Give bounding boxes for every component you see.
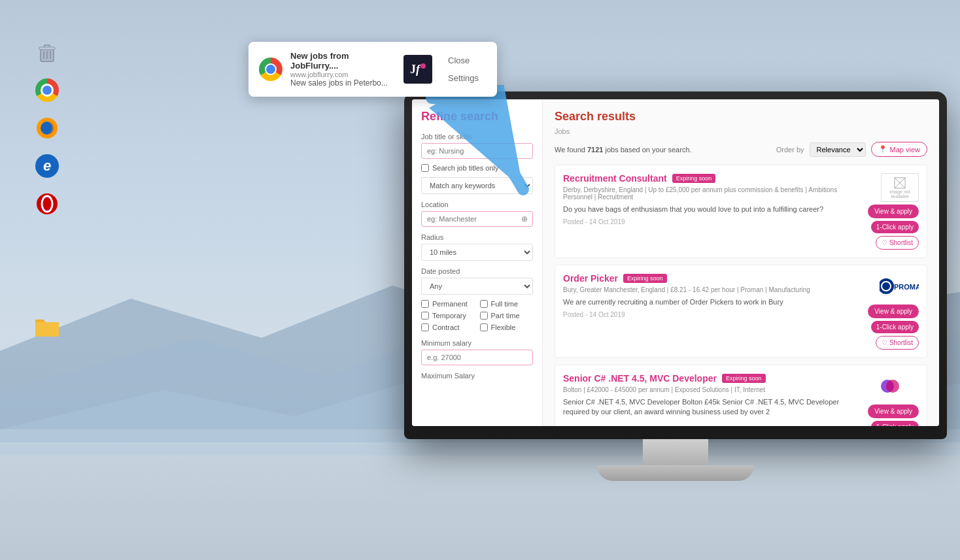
notification-settings-button[interactable]: Settings — [440, 71, 487, 86]
radius-select[interactable]: 10 miles — [421, 244, 533, 261]
svg-point-12 — [41, 122, 54, 135]
search-results-panel: Search results Jobs We found 7121 jobs b… — [543, 99, 939, 426]
notification-actions: Close Settings — [440, 53, 487, 86]
exposed-solutions-logo — [880, 373, 919, 399]
job-1-actions: image notavailable View & apply 1-Click … — [853, 173, 919, 250]
desktop-icons: e — [34, 39, 60, 217]
job-card-2-main: Order Picker Expiring soon Bury, Greater… — [563, 273, 846, 350]
max-salary-label: Maximum Salary — [421, 372, 533, 380]
notification-body: New sales jobs in Peterbo... — [290, 78, 396, 88]
job-3-desc: Senior C# .NET 4.5, MVC Developer Bolton… — [563, 397, 846, 418]
location-icon: ⊕ — [521, 214, 528, 223]
notification-url: www.jobflurry.com — [290, 71, 396, 78]
job-1-badge: Expiring soon — [672, 174, 716, 183]
chrome-icon[interactable] — [34, 77, 60, 103]
search-results-title: Search results — [555, 110, 927, 124]
job-card-3: Senior C# .NET 4.5, MVC Developer Expiri… — [555, 365, 927, 426]
firefox-icon[interactable] — [34, 115, 60, 141]
job-3-view-button[interactable]: View & apply — [868, 404, 919, 418]
job-3-title[interactable]: Senior C# .NET 4.5, MVC Developer — [563, 373, 717, 384]
recycle-bin-icon[interactable] — [34, 39, 60, 65]
checkbox-contract: Contract — [421, 323, 475, 331]
job-2-title[interactable]: Order Picker — [563, 273, 618, 284]
map-view-button[interactable]: 📍 Map view — [871, 142, 927, 157]
notification-title: New jobs from JobFlurry.... — [290, 51, 396, 71]
blue-arrow — [419, 85, 549, 216]
internet-explorer-icon[interactable]: e — [34, 153, 60, 179]
job-card-2: Order Picker Expiring soon Bury, Greater… — [555, 265, 927, 358]
proman-logo: PROMAN — [880, 273, 919, 299]
checkbox-flexible: Flexible — [480, 323, 534, 331]
parttime-label: Part time — [491, 312, 520, 320]
job-3-meta: Bolton | £42000 - £45000 per annum | Exp… — [563, 386, 846, 393]
flexible-checkbox[interactable] — [480, 323, 488, 331]
date-select[interactable]: Any — [421, 278, 533, 295]
job-1-shortlist-button[interactable]: ♡ Shortlist — [876, 236, 919, 250]
job-3-oneclick-button[interactable]: 1-Click apply — [871, 421, 919, 426]
jobflurry-logo: Jf — [403, 55, 432, 84]
job-2-posted: Posted - 14 Oct 2019 — [563, 311, 846, 318]
job-2-oneclick-button[interactable]: 1-Click apply — [871, 321, 919, 333]
job-type-checkboxes: Permanent Full time Temporary Part — [421, 300, 533, 333]
permanent-label: Permanent — [432, 300, 468, 308]
folder-icon[interactable] — [34, 314, 60, 338]
monitor-stand-top — [643, 439, 708, 465]
monitor-stand-base — [597, 465, 754, 481]
notification-close-button[interactable]: Close — [440, 53, 487, 68]
order-by-select[interactable]: Relevance — [810, 142, 866, 157]
job-1-view-button[interactable]: View & apply — [868, 205, 919, 218]
job-3-badge: Expiring soon — [722, 374, 766, 383]
job-count: 7121 — [587, 146, 603, 154]
checkbox-temporary: Temporary — [421, 312, 475, 320]
permanent-checkbox[interactable] — [421, 300, 429, 308]
job-1-title[interactable]: Recruitment Consultant — [563, 173, 667, 184]
job-2-desc: We are currently recruiting a number of … — [563, 297, 846, 307]
job-card-1-main: Recruitment Consultant Expiring soon Der… — [563, 173, 846, 250]
flexible-label: Flexible — [491, 323, 516, 331]
min-salary-input[interactable] — [421, 350, 533, 365]
job-2-meta: Bury, Greater Manchester, England | £8.2… — [563, 286, 846, 293]
notification-popup: New jobs from JobFlurry.... www.jobflurr… — [249, 42, 497, 97]
checkbox-permanent: Permanent — [421, 300, 475, 308]
notification-chrome-icon — [259, 58, 283, 81]
min-salary-label: Minimum salary — [421, 339, 533, 347]
job-1-logo-placeholder: image notavailable — [881, 173, 919, 202]
fulltime-label: Full time — [491, 300, 519, 308]
results-count: We found 7121 jobs based on your search. — [555, 146, 692, 154]
job-1-posted: Posted - 14 Oct 2019 — [563, 218, 846, 225]
job-1-title-row: Recruitment Consultant Expiring soon — [563, 173, 846, 184]
map-pin-icon: 📍 — [878, 145, 887, 154]
job-1-oneclick-button[interactable]: 1-Click apply — [871, 221, 919, 233]
date-label: Date posted — [421, 267, 533, 275]
order-by-section: Order by Relevance 📍 Map view — [776, 142, 927, 157]
fulltime-checkbox[interactable] — [480, 300, 488, 308]
job-card-1: Recruitment Consultant Expiring soon Der… — [555, 165, 927, 258]
temporary-checkbox[interactable] — [421, 312, 429, 320]
checkbox-parttime: Part time — [480, 312, 534, 320]
job-3-title-row: Senior C# .NET 4.5, MVC Developer Expiri… — [563, 373, 846, 384]
job-3-actions: View & apply 1-Click apply ♡ Shortlist — [853, 373, 919, 426]
opera-icon[interactable] — [34, 191, 60, 217]
job-card-3-main: Senior C# .NET 4.5, MVC Developer Expiri… — [563, 373, 846, 426]
job-2-title-row: Order Picker Expiring soon — [563, 273, 846, 284]
svg-rect-15 — [35, 322, 59, 337]
job-2-view-button[interactable]: View & apply — [868, 305, 919, 318]
svg-text:PROMAN: PROMAN — [894, 283, 919, 291]
order-by-label: Order by — [776, 146, 804, 154]
job-2-shortlist-button[interactable]: ♡ Shortlist — [876, 336, 919, 350]
radius-label: Radius — [421, 233, 533, 241]
temporary-label: Temporary — [432, 312, 466, 320]
svg-rect-4 — [39, 47, 55, 50]
map-view-label: Map view — [890, 146, 920, 154]
results-header: We found 7121 jobs based on your search.… — [555, 142, 927, 157]
contract-label: Contract — [432, 323, 460, 331]
job-1-meta: Derby, Derbyshire, England | Up to £25,0… — [563, 186, 846, 201]
job-2-badge: Expiring soon — [623, 274, 667, 283]
contract-checkbox[interactable] — [421, 323, 429, 331]
heart-icon-1: ♡ — [882, 239, 887, 246]
results-jobs-label: Jobs — [555, 127, 927, 135]
checkbox-fulltime: Full time — [480, 300, 534, 308]
parttime-checkbox[interactable] — [480, 312, 488, 320]
svg-point-24 — [886, 380, 899, 393]
job-1-desc: Do you have bags of enthusiasm that you … — [563, 205, 846, 214]
